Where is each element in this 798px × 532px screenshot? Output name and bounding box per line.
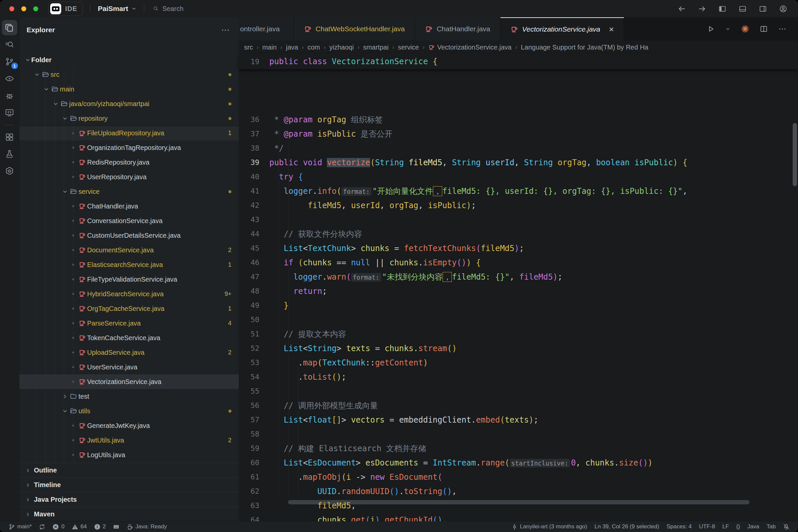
editor-more-actions-button[interactable] [778, 25, 787, 33]
tree-item-chathandler-java[interactable]: ChatHandler.java [19, 199, 239, 213]
tree-item-vectorizationservice-java[interactable]: VectorizationService.java [19, 374, 239, 389]
tree-item-documentservice-java[interactable]: DocumentService.java2 [19, 243, 239, 258]
code-line-55[interactable]: 55 [239, 384, 798, 398]
activity-preview[interactable] [2, 71, 17, 86]
status-notifications-muted[interactable] [783, 524, 790, 530]
code-line-61[interactable]: 61 .mapToObj(i -> new EsDocument( [239, 470, 798, 484]
tab-chathandler-java[interactable]: ChatHandler.java [415, 17, 500, 41]
code-line-36[interactable]: 36 * @param orgTag 组织标签 [239, 112, 798, 127]
tree-item-parseservice-java[interactable]: ParseService.java4 [19, 316, 239, 330]
code-line-49[interactable]: 49 } [239, 298, 798, 312]
code-line-45[interactable]: 45 List<TextChunk> chunks = fetchTextChu… [239, 241, 798, 255]
tree-item-folder[interactable]: Folder [19, 53, 239, 67]
breadcrumb-item[interactable]: yizhaoqi [329, 43, 354, 51]
tree-item-customuserdetailsservice-java[interactable]: CustomUserDetailsService.java [19, 228, 239, 243]
status-blame-info[interactable]: Lanyilei-art (3 months ago) [511, 524, 587, 530]
tree-item-orgtagcacheservice-java[interactable]: OrgTagCacheService.java1 [19, 301, 239, 316]
activity-debug[interactable] [2, 88, 17, 103]
breadcrumb-item[interactable]: service [398, 43, 419, 51]
sticky-scroll-line[interactable]: 19public class VectorizationService { [239, 54, 798, 69]
code-line-53[interactable]: 53 .map(TextChunk::getContent) [239, 356, 798, 370]
tree-item-uploadservice-java[interactable]: UploadService.java2 [19, 345, 239, 360]
activity-search[interactable] [2, 37, 17, 52]
code-line-57[interactable]: 57 List<float[]> vectors = embeddingClie… [239, 413, 798, 427]
code-line-37[interactable]: 37 * @param isPublic 是否公开 [239, 127, 798, 141]
global-search[interactable]: Search [152, 5, 183, 13]
section-outline[interactable]: Outline [19, 463, 239, 477]
tree-item-service[interactable]: service [19, 184, 239, 199]
tree-item-elasticsearchservice-java[interactable]: ElasticsearchService.java1 [19, 258, 239, 272]
code-line-62[interactable]: 62 UUID.randomUUID().toString(), [239, 484, 798, 498]
code-line-54[interactable]: 54 .toList(); [239, 370, 798, 384]
status-encoding[interactable]: UTF-8 [699, 524, 715, 530]
code-line-64[interactable]: 64 chunks.get(i).getChunkId(), [239, 513, 798, 521]
status-language-braces[interactable]: {} [736, 524, 740, 530]
breadcrumb-item[interactable]: com [307, 43, 320, 51]
code-line-43[interactable]: 43 [239, 212, 798, 227]
tab-ontroller-java[interactable]: ontroller.java [239, 17, 294, 41]
code-line-63[interactable]: 63 fileMd5, [239, 498, 798, 513]
close-icon[interactable]: × [609, 24, 614, 35]
split-editor-button[interactable] [759, 25, 768, 33]
status-errors[interactable]: 0 [53, 524, 64, 530]
close-window-button[interactable] [9, 6, 14, 11]
toggle-primary-sidebar-button[interactable] [718, 5, 726, 13]
tab-chatwebsockethandler-java[interactable]: ChatWebSocketHandler.java [294, 17, 415, 41]
status-tab-focus-mode[interactable]: Tab [767, 524, 776, 530]
run-options-button[interactable] [725, 26, 731, 32]
tree-item-java-com-yizhaoqi-smartpai[interactable]: java/com/yizhaoqi/smartpai [19, 96, 239, 111]
status-editor-feedback[interactable] [113, 524, 119, 530]
activity-explorer[interactable] [2, 20, 17, 35]
code-line-59[interactable]: 59 // 构建 Elasticsearch 文档并存储 [239, 441, 798, 456]
breadcrumb-item[interactable]: java [286, 43, 298, 51]
code-line-41[interactable]: 41 logger.info(format:"开始向量化文件，fileMd5: … [239, 184, 798, 198]
status-infos[interactable]: 2 [94, 524, 106, 530]
code-line-50[interactable]: 50 [239, 312, 798, 327]
breadcrumb-item[interactable]: Language Support for Java(TM) by Red Ha [521, 43, 648, 51]
code-line-42[interactable]: 42 fileMd5, userId, orgTag, isPublic); [239, 198, 798, 212]
tree-item-conversationservice-java[interactable]: ConversationService.java [19, 213, 239, 228]
tree-item-hybridsearchservice-java[interactable]: HybridSearchService.java9+ [19, 287, 239, 301]
code-line-47[interactable]: 47 logger.warn(format:"未找到分块内容，fileMd5: … [239, 270, 798, 284]
account-button[interactable] [779, 5, 787, 13]
code-line-48[interactable]: 48 return; [239, 284, 798, 298]
status-eol[interactable]: LF [722, 524, 729, 530]
tree-item-userservice-java[interactable]: UserService.java [19, 360, 239, 374]
code-line-58[interactable]: 58 [239, 427, 798, 441]
tree-item-utils[interactable]: utils [19, 404, 239, 418]
section-timeline[interactable]: Timeline [19, 477, 239, 492]
nav-forward-button[interactable] [698, 5, 706, 13]
tree-item-repository[interactable]: repository [19, 111, 239, 126]
tree-item-filetypevalidationservice-java[interactable]: FileTypeValidationService.java [19, 272, 239, 287]
breadcrumb-item[interactable]: src [244, 43, 253, 51]
breadcrumb-item[interactable]: main [262, 43, 277, 51]
status-sync-changes[interactable] [39, 524, 45, 530]
tree-item-generatejwtkey-java[interactable]: GenerateJwtKey.java [19, 418, 239, 433]
code-line-60[interactable]: 60 List<EsDocument> esDocuments = IntStr… [239, 456, 798, 470]
tree-item-fileuploadrepository-java[interactable]: FileUploadRepository.java1 [19, 126, 239, 140]
status-indentation[interactable]: Spaces: 4 [667, 524, 692, 530]
tree-item-src[interactable]: src [19, 67, 239, 82]
activity-extensions[interactable] [2, 129, 17, 145]
status-language-mode[interactable]: Java [747, 524, 759, 530]
code-line-51[interactable]: 51 // 提取文本内容 [239, 327, 798, 341]
activity-testing[interactable] [2, 146, 17, 162]
toggle-secondary-sidebar-button[interactable] [759, 5, 767, 13]
tree-item-tokencacheservice-java[interactable]: TokenCacheService.java [19, 330, 239, 345]
tree-item-organizationtagrepository-java[interactable]: OrganizationTagRepository.java [19, 140, 239, 155]
tab-vectorizationservice-java[interactable]: VectorizationService.java× [500, 17, 624, 41]
toggle-panel-button[interactable] [739, 5, 747, 13]
maximize-window-button[interactable] [33, 6, 38, 11]
code-line-40[interactable]: 40 try { [239, 170, 798, 184]
tree-item-test[interactable]: test [19, 389, 239, 404]
tree-item-main[interactable]: main [19, 82, 239, 96]
status-java-status[interactable]: Java: Ready [127, 524, 167, 530]
code-line-52[interactable]: 52 List<String> texts = chunks.stream() [239, 341, 798, 356]
code-line-46[interactable]: 46 if (chunks == null || chunks.isEmpty(… [239, 255, 798, 270]
tree-item-redisrepository-java[interactable]: RedisRepository.java [19, 155, 239, 170]
nav-back-button[interactable] [678, 5, 686, 13]
app-badge[interactable]: IDE [48, 2, 83, 16]
breadcrumb-item[interactable]: VectorizationService.java [428, 43, 511, 51]
explorer-more-actions[interactable]: ⋯ [221, 28, 231, 32]
minimize-window-button[interactable] [21, 6, 26, 11]
